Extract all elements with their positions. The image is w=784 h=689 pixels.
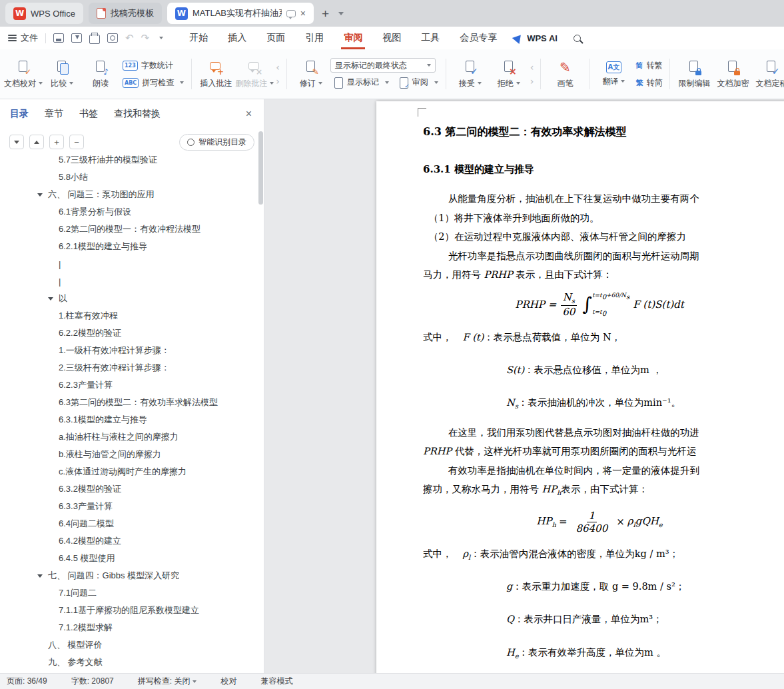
sidebar-tab[interactable]: 章节 bbox=[45, 108, 63, 120]
toc-item[interactable]: 八、 模型评价 bbox=[0, 636, 264, 654]
next-change-icon[interactable]: › bbox=[528, 75, 536, 87]
toc-item[interactable]: 6.4.2模型的建立 bbox=[0, 532, 264, 550]
reject-change-button[interactable]: × 拒绝 bbox=[490, 55, 528, 93]
zoom-out-outline-button[interactable]: − bbox=[69, 135, 84, 149]
page-count[interactable]: 页面: 36/49 bbox=[7, 676, 47, 687]
menu-tab[interactable]: 会员专享 bbox=[450, 27, 507, 49]
sidebar-tab[interactable]: 书签 bbox=[79, 108, 98, 120]
pen-button[interactable]: ✎ 画笔 bbox=[546, 55, 584, 93]
toc-item[interactable]: a.抽油杆柱与液柱之间的摩擦力 bbox=[0, 428, 264, 446]
close-sidebar-icon[interactable]: × bbox=[246, 108, 252, 120]
toc-item[interactable]: | bbox=[0, 273, 264, 290]
smart-toc-button[interactable]: 智能识别目录 bbox=[179, 134, 254, 151]
toc-item[interactable]: 5.8小结 bbox=[0, 169, 264, 186]
toc-item[interactable]: 6.2.2模型的验证 bbox=[0, 325, 264, 342]
toc-item[interactable]: 以 bbox=[0, 290, 264, 307]
toc-item[interactable]: 6.2第二问的模型一：有效冲程法模型 bbox=[0, 221, 264, 238]
menu-tab[interactable]: 页面 bbox=[256, 27, 295, 49]
insert-comment-button[interactable]: + 插入批注 bbox=[196, 55, 235, 93]
delete-comment-button[interactable]: × 删除批注 bbox=[235, 55, 274, 93]
restrict-edit-button[interactable]: 限制编辑 bbox=[675, 55, 713, 93]
toc-item[interactable]: 7.1.1基于摩擦功的阻尼系数模型建立 bbox=[0, 602, 264, 619]
spell-check-button[interactable]: ABC 拼写检查 bbox=[120, 75, 187, 91]
toc-item[interactable]: 7.1问题二 bbox=[0, 584, 264, 602]
simplified-to-traditional-button[interactable]: 简 转繁 bbox=[633, 58, 665, 73]
expand-all-button[interactable] bbox=[29, 135, 44, 149]
track-changes-button[interactable]: ✎ 修订 bbox=[292, 55, 330, 93]
review-pane-button[interactable]: ✓ 审阅 bbox=[396, 75, 441, 90]
print-icon[interactable] bbox=[89, 35, 100, 44]
toc-item[interactable]: 6.3.2模型的验证 bbox=[0, 480, 264, 498]
toc-item[interactable]: c.液体通过游动阀时产生的摩擦力 bbox=[0, 463, 264, 480]
prev-change-icon[interactable]: ‹ bbox=[528, 61, 536, 73]
sidebar-tab[interactable]: 目录 bbox=[10, 108, 29, 120]
compare-button[interactable]: 比较 bbox=[43, 55, 81, 93]
export-icon[interactable] bbox=[71, 33, 82, 43]
template-doc-tab[interactable]: 找稿壳模板 bbox=[89, 3, 162, 24]
toc-item[interactable]: 6.3.3产量计算 bbox=[0, 498, 264, 515]
toc-item[interactable]: | bbox=[0, 255, 264, 273]
read-aloud-button[interactable]: ♪ 朗读 bbox=[81, 55, 120, 93]
search-icon[interactable] bbox=[574, 35, 581, 42]
undo-icon[interactable]: ↶ bbox=[125, 33, 134, 43]
toc-item[interactable]: 7.1.2模型求解 bbox=[0, 619, 264, 636]
document-page[interactable]: 6.3 第二问的模型二：有效功率求解法模型 6.3.1 模型的建立与推导 从能量… bbox=[376, 101, 784, 673]
translate-button[interactable]: A文 翻译 bbox=[594, 55, 633, 93]
menu-tab[interactable]: 工具 bbox=[411, 27, 450, 49]
encrypt-doc-icon bbox=[725, 59, 740, 75]
toc-item[interactable]: 九、 参考文献 bbox=[0, 654, 264, 671]
expand-arrow-icon[interactable] bbox=[37, 193, 43, 197]
menu-tab[interactable]: 开始 bbox=[179, 27, 218, 49]
zoom-in-outline-button[interactable]: + bbox=[49, 135, 64, 149]
prev-comment-icon[interactable]: ‹ bbox=[274, 61, 282, 73]
markup-state-dropdown[interactable]: 显示标记的最终状态 bbox=[330, 58, 436, 73]
toc-item[interactable]: b.液柱与油管之间的摩擦力 bbox=[0, 446, 264, 463]
proofread-status[interactable]: 校对 bbox=[220, 676, 236, 687]
writer-doc-icon: W bbox=[175, 7, 188, 20]
finalize-doc-button[interactable]: ✓ 文档定稿 bbox=[752, 55, 784, 93]
word-count-button[interactable]: 123 字数统计 bbox=[120, 58, 187, 73]
sidebar-tab[interactable]: 查找和替换 bbox=[114, 108, 161, 120]
print-preview-icon[interactable] bbox=[107, 33, 118, 43]
toc-item[interactable]: 1.柱塞有效冲程 bbox=[0, 307, 264, 325]
menu-tab[interactable]: 插入 bbox=[218, 27, 256, 49]
toc-item[interactable]: 六、 问题三：泵功图的应用 bbox=[0, 186, 264, 203]
redo-icon[interactable]: ↷ bbox=[141, 33, 150, 43]
toc-item[interactable]: 6.2.1模型的建立与推导 bbox=[0, 238, 264, 255]
menu-tab[interactable]: 审阅 bbox=[334, 27, 372, 49]
tab-list-chevron-icon[interactable] bbox=[338, 12, 344, 15]
toc-item[interactable]: 6.4.5 模型使用 bbox=[0, 550, 264, 567]
spell-check-status[interactable]: 拼写检查: 关闭 bbox=[138, 676, 197, 687]
close-tab-icon[interactable]: × bbox=[300, 9, 306, 18]
wps-office-home-tab[interactable]: W WPS Office bbox=[5, 3, 83, 24]
doc-proofread-button[interactable]: ✓ 文档校对 bbox=[4, 55, 43, 93]
save-icon[interactable] bbox=[53, 33, 64, 43]
word-count-status[interactable]: 字数: 20807 bbox=[71, 676, 114, 687]
toc-item[interactable]: 6.1背景分析与假设 bbox=[0, 203, 264, 221]
collapse-all-button[interactable] bbox=[9, 135, 24, 149]
next-comment-icon[interactable]: › bbox=[274, 75, 282, 87]
toc-item[interactable]: 6.4问题二模型 bbox=[0, 515, 264, 532]
toc-item[interactable]: 5.7三级杆油井的模型验证 bbox=[0, 151, 264, 169]
toc-item[interactable]: 2.三级杆有效冲程计算步骤： bbox=[0, 359, 264, 376]
toc-item[interactable]: 1.一级杆有效冲程计算步骤： bbox=[0, 342, 264, 359]
new-tab-button[interactable]: + bbox=[322, 7, 329, 20]
toc-item[interactable]: 6.3第二问的模型二：有效功率求解法模型 bbox=[0, 394, 264, 411]
menu-tab[interactable]: 引用 bbox=[295, 27, 334, 49]
active-doc-tab[interactable]: W MATLAB实现有杆抽油系统的 × bbox=[167, 3, 314, 24]
show-markup-button[interactable]: 显示标记 bbox=[330, 75, 392, 90]
expand-arrow-icon[interactable] bbox=[48, 297, 53, 301]
expand-arrow-icon[interactable] bbox=[37, 574, 43, 578]
accept-change-button[interactable]: ✓ 接受 bbox=[451, 55, 490, 93]
toc-item[interactable]: 七、 问题四：Gibbs 模型深入研究 bbox=[0, 567, 264, 584]
traditional-to-simplified-button[interactable]: 繁 转简 bbox=[633, 75, 665, 91]
menu-tab[interactable]: 视图 bbox=[372, 27, 411, 49]
encrypt-doc-button[interactable]: 文档加密 bbox=[713, 55, 752, 93]
ribbon-separator bbox=[540, 59, 541, 89]
toc-item[interactable]: 6.3.1模型的建立与推导 bbox=[0, 411, 264, 428]
file-menu-button[interactable]: 文件 bbox=[8, 32, 38, 44]
toc-item[interactable]: 6.2.3产量计算 bbox=[0, 376, 264, 394]
wps-ai-button[interactable]: WPS AI bbox=[514, 27, 558, 49]
quick-access-chevron-icon[interactable] bbox=[159, 37, 163, 39]
sidebar-scrollbar-thumb[interactable] bbox=[258, 131, 263, 205]
